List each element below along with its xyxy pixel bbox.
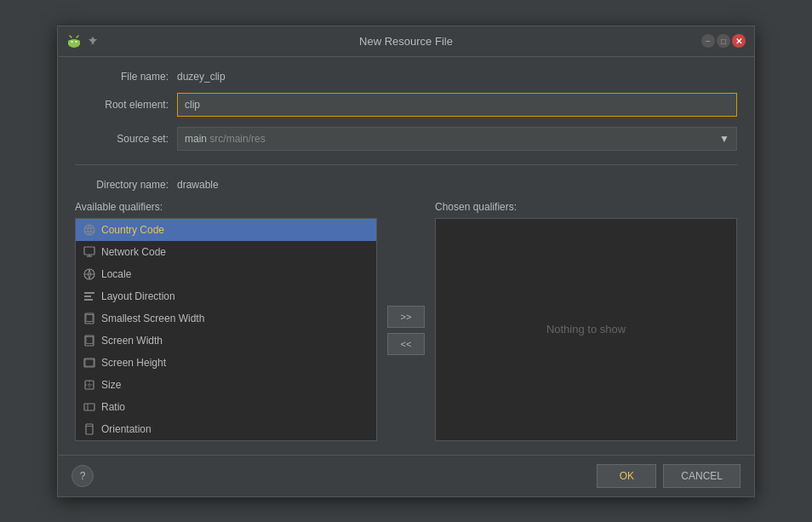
dialog: New Resource File − □ ✕ File name: duzey… [57, 26, 755, 497]
qualifier-item-layout-direction[interactable]: Layout Direction [76, 285, 376, 307]
svg-point-2 [71, 41, 73, 43]
directory-name-row: Directory name: drawable [75, 179, 737, 191]
source-set-main: main [185, 133, 207, 145]
directory-name-value: drawable [177, 179, 219, 191]
qualifier-label-orientation: Orientation [101, 423, 152, 435]
network-code-icon [83, 245, 96, 259]
qualifier-item-country-code[interactable]: Country Code [76, 219, 376, 241]
source-set-path: src/main/res [209, 133, 265, 145]
qualifier-label-country-code: Country Code [101, 224, 164, 236]
dialog-footer: ? OK CANCEL [58, 455, 754, 496]
svg-rect-9 [84, 247, 94, 255]
pin-icon [87, 35, 99, 47]
ratio-icon [83, 400, 96, 414]
footer-right: OK CANCEL [597, 464, 741, 488]
qualifier-label-locale: Locale [101, 268, 131, 280]
svg-line-5 [77, 36, 78, 37]
help-button[interactable]: ? [71, 465, 94, 487]
cancel-button[interactable]: CANCEL [663, 464, 741, 488]
chosen-qualifiers-content: Nothing to show [435, 218, 737, 441]
svg-rect-21 [86, 336, 93, 343]
svg-rect-18 [86, 314, 93, 321]
svg-point-3 [76, 41, 77, 43]
qualifier-label-screen-width: Screen Width [101, 335, 163, 347]
qualifier-label-size: Size [101, 379, 121, 391]
source-set-dropdown[interactable]: main src/main/res ▼ [177, 127, 737, 151]
root-element-label: Root element: [75, 99, 169, 111]
qualifier-item-smallest-screen-width[interactable]: Smallest Screen Width [76, 307, 376, 330]
screen-height-icon [83, 356, 96, 370]
chosen-qualifiers-panel: Chosen qualifiers: Nothing to show [435, 201, 737, 441]
qualifier-item-size[interactable]: Size [76, 374, 376, 396]
svg-rect-27 [84, 404, 94, 410]
smallest-screen-width-icon [83, 312, 96, 325]
size-icon [83, 378, 96, 392]
qualifier-label-ratio: Ratio [101, 401, 125, 413]
qualifier-item-screen-height[interactable]: Screen Height [76, 352, 376, 374]
ok-button[interactable]: OK [597, 464, 656, 488]
root-element-input[interactable] [177, 93, 737, 117]
svg-rect-1 [68, 40, 80, 45]
qualifier-item-network-code[interactable]: Network Code [76, 241, 376, 263]
country-code-icon [83, 223, 96, 237]
screen-width-icon [83, 334, 96, 347]
file-name-label: File name: [75, 71, 169, 83]
title-bar-icons [66, 33, 99, 49]
available-qualifiers-panel: Available qualifiers: Country CodeNetwor… [75, 201, 377, 441]
qualifier-label-layout-direction: Layout Direction [101, 290, 175, 302]
dialog-content: File name: duzey_clip Root element: Sour… [58, 57, 754, 455]
close-button[interactable]: ✕ [732, 34, 746, 48]
svg-rect-15 [84, 295, 91, 297]
qualifier-item-locale[interactable]: Locale [76, 263, 376, 285]
minimize-button[interactable]: − [701, 34, 715, 48]
locale-icon [83, 267, 96, 281]
available-qualifiers-list: Country CodeNetwork CodeLocaleLayout Dir… [75, 218, 377, 441]
svg-rect-29 [86, 424, 93, 434]
svg-rect-16 [84, 299, 93, 301]
qualifier-label-network-code: Network Code [101, 246, 166, 258]
chosen-qualifiers-label: Chosen qualifiers: [435, 201, 737, 213]
svg-line-4 [70, 36, 71, 37]
footer-left: ? [71, 465, 94, 487]
qualifier-label-screen-height: Screen Height [101, 357, 166, 369]
qualifier-item-orientation[interactable]: Orientation [76, 418, 376, 440]
transfer-buttons: >> << [377, 220, 435, 441]
divider-1 [75, 164, 737, 165]
file-name-row: File name: duzey_clip [75, 71, 737, 83]
add-qualifier-button[interactable]: >> [387, 306, 425, 328]
qualifier-item-ratio[interactable]: Ratio [76, 396, 376, 418]
directory-name-label: Directory name: [75, 179, 169, 191]
root-element-row: Root element: [75, 93, 737, 117]
title-bar: New Resource File − □ ✕ [58, 26, 754, 57]
source-set-label: Source set: [75, 133, 169, 145]
remove-qualifier-button[interactable]: << [387, 333, 425, 355]
nothing-to-show-text: Nothing to show [546, 323, 626, 336]
file-name-value: duzey_clip [177, 71, 226, 83]
qualifiers-section: Available qualifiers: Country CodeNetwor… [75, 201, 737, 441]
android-icon [66, 33, 82, 49]
available-qualifiers-label: Available qualifiers: [75, 201, 377, 213]
dropdown-arrow-icon: ▼ [719, 133, 729, 145]
layout-direction-icon [83, 290, 96, 303]
qualifier-item-screen-width[interactable]: Screen Width [76, 330, 376, 352]
source-set-row: Source set: main src/main/res ▼ [75, 127, 737, 151]
dialog-title: New Resource File [359, 35, 453, 48]
qualifier-label-smallest-screen-width: Smallest Screen Width [101, 313, 204, 324]
svg-rect-14 [84, 292, 94, 294]
svg-rect-22 [84, 359, 94, 367]
title-bar-controls: − □ ✕ [701, 34, 746, 48]
svg-point-6 [84, 225, 94, 235]
svg-rect-23 [85, 359, 94, 366]
orientation-icon [83, 422, 96, 436]
maximize-button[interactable]: □ [717, 34, 730, 48]
